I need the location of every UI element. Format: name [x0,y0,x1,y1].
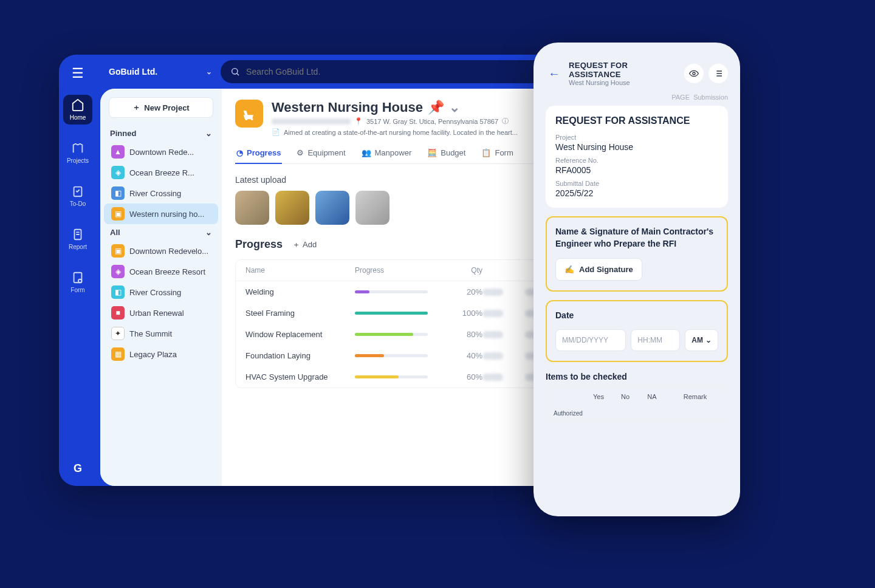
nav-projects-label: Projects [67,157,89,164]
mobile-header-subtitle: West Nursing House [569,79,678,86]
col-name: Name [245,266,355,275]
project-name: River Crossing [129,189,181,198]
project-list-sidebar: ＋ New Project Pinned⌄ ▲Downtown Rede... … [100,89,222,486]
col-qty: Qty [446,266,482,275]
row-pct: 40% [446,351,482,360]
tab-budget[interactable]: 🧮Budget [426,145,467,163]
all-label: All [110,228,120,237]
ampm-select[interactable]: AM ⌄ [685,329,718,351]
back-button[interactable]: ← [546,65,563,82]
upload-thumbnail[interactable] [355,191,389,225]
preview-button[interactable] [684,64,704,83]
chevron-down-icon[interactable]: ⌄ [449,100,460,115]
list-button[interactable] [709,64,728,83]
project-item[interactable]: ✦The Summit [104,323,218,344]
col-progress: Progress [355,266,446,275]
date-section: Date MM/DD/YYYY HH:MM AM ⌄ [546,300,728,362]
progress-heading: Progress [235,238,283,251]
date-label: Date [555,310,718,322]
blurred-qty [482,310,503,317]
blurred-dates [272,118,351,125]
project-item[interactable]: ◈Ocean Breeze Resort [104,261,218,282]
row-name: Welding [245,287,355,296]
progress-bar [355,290,428,293]
pinned-label: Pinned [110,129,136,138]
manpower-icon: 👥 [362,148,371,157]
tab-equipment[interactable]: ⚙Equipment [295,145,346,163]
row-pct: 60% [446,372,482,381]
pin-icon[interactable]: 📌 [428,100,444,115]
blurred-qty [482,331,503,338]
time-input[interactable]: HH:MM [631,329,680,351]
check-table: Yes No NA Remark Authorized [546,388,728,422]
nav-projects[interactable]: Projects [63,138,92,168]
pinned-section-header[interactable]: Pinned⌄ [100,125,222,142]
form-title: REQUEST FOR ASSISTANCE [555,115,718,126]
project-logo-icon [235,100,263,128]
budget-icon: 🧮 [427,148,437,157]
project-name: River Crossing [129,288,181,297]
icon-rail: ☰ Home Projects To-Do Report Form G [59,55,97,486]
tab-form[interactable]: 📋Form [480,145,514,163]
col-remark: Remark [665,393,725,400]
mobile-header-title: REQUEST FOR ASSISTANCE [569,61,678,79]
project-name: Legacy Plaza [129,350,177,359]
company-name: GoBuid Ltd. [109,67,157,77]
project-name: Urban Renewal [129,309,184,318]
check-row-label: Authorized [549,410,585,417]
col-no: No [612,393,639,400]
add-signature-button[interactable]: ✍ Add Signature [555,258,642,281]
project-address: 3517 W. Gray St. Utica, Pennsylvania 578… [366,118,498,125]
tab-progress[interactable]: ◔Progress [235,145,282,163]
project-name: Western nursing ho... [129,210,204,219]
progress-bar [355,354,428,357]
info-icon[interactable]: ⓘ [502,117,509,126]
nav-todo-label: To-Do [70,200,86,207]
pinned-item-selected[interactable]: ▣Western nursing ho... [104,203,218,224]
project-name: Ocean Breeze R... [129,168,194,177]
upload-thumbnail[interactable] [275,191,309,225]
project-item[interactable]: ■Urban Renewal [104,303,218,323]
tab-manpower[interactable]: 👥Manpower [360,145,413,163]
progress-icon: ◔ [236,148,243,157]
eye-icon [689,69,699,78]
date-input[interactable]: MM/DD/YYYY [555,329,626,351]
form-card: REQUEST FOR ASSISTANCE Project West Nurs… [546,106,728,208]
company-switcher[interactable]: GoBuid Ltd. ⌄ [109,67,212,77]
page-tag: PAGE Submission [546,94,728,101]
progress-bar [355,333,428,336]
equipment-icon: ⚙ [297,148,304,157]
upload-thumbnail[interactable] [235,191,269,225]
svg-point-4 [232,69,238,74]
pinned-item[interactable]: ◈Ocean Breeze R... [104,162,218,183]
row-name: Steel Framing [245,309,355,318]
nav-report-label: Report [69,244,87,250]
nav-todo[interactable]: To-Do [63,181,92,211]
project-name: The Summit [129,329,172,338]
menu-icon[interactable]: ☰ [72,66,84,81]
pinned-item[interactable]: ◧River Crossing [104,183,218,203]
chevron-down-icon: ⌄ [205,129,212,138]
check-table-header: Yes No NA Remark [546,388,727,405]
row-pct: 100% [446,309,482,318]
row-pct: 20% [446,287,482,296]
signature-icon: ✍ [564,265,574,274]
form-icon: 📋 [481,148,491,157]
svg-point-6 [251,118,253,121]
nav-form[interactable]: Form [63,267,92,297]
new-project-button[interactable]: ＋ New Project [109,97,213,118]
row-name: Foundation Laying [245,351,355,360]
new-project-label: New Project [144,103,189,112]
pinned-item[interactable]: ▲Downtown Rede... [104,142,218,162]
add-progress-button[interactable]: ＋ Add [292,239,317,250]
project-item[interactable]: ▦Legacy Plaza [104,344,218,364]
nav-report[interactable]: Report [63,224,92,254]
project-item[interactable]: ◧River Crossing [104,282,218,303]
upload-thumbnail[interactable] [315,191,349,225]
project-item[interactable]: ▣Downtown Redevelo... [104,241,218,261]
all-section-header[interactable]: All⌄ [100,224,222,241]
svg-point-3 [78,279,82,283]
nav-home-label: Home [70,114,86,121]
chevron-down-icon: ⌄ [205,228,212,237]
nav-home[interactable]: Home [63,95,92,125]
